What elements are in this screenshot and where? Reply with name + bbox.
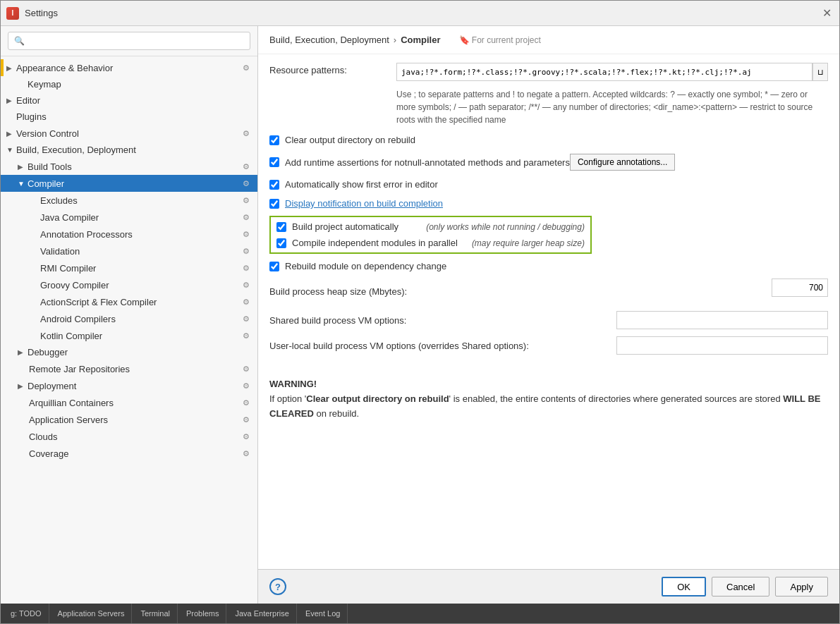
sidebar-item-editor[interactable]: ▶ Editor [1, 92, 257, 109]
resource-patterns-input[interactable] [396, 63, 812, 81]
compile-parallel-checkbox[interactable] [276, 238, 286, 248]
settings-icon: ⚙ [241, 296, 252, 307]
shared-vm-row: Shared build process VM options: [269, 311, 828, 329]
sidebar-item-label: Build Tools [28, 161, 241, 172]
sidebar-item-annotation-processors[interactable]: Annotation Processors ⚙ [1, 226, 257, 243]
sidebar-item-actionscript[interactable]: ActionScript & Flex Compiler ⚙ [1, 293, 257, 310]
taskbar-problems-label: Problems [186, 609, 219, 618]
sidebar-item-validation[interactable]: Validation ⚙ [1, 243, 257, 259]
help-button[interactable]: ? [269, 578, 286, 595]
sidebar-item-kotlin-compiler[interactable]: Kotlin Compiler ⚙ [1, 327, 257, 344]
sidebar-item-label: Java Compiler [40, 212, 241, 223]
sidebar-item-coverage[interactable]: Coverage ⚙ [1, 445, 257, 462]
show-first-error-checkbox[interactable] [269, 180, 279, 190]
arrow-icon: ▼ [18, 180, 28, 188]
cancel-button[interactable]: Cancel [712, 577, 769, 597]
title-bar-text: Settings [25, 8, 820, 18]
sidebar-item-label: Arquillian Containers [29, 398, 241, 408]
sidebar-item-label: Excludes [40, 195, 241, 206]
sidebar-item-rmi-compiler[interactable]: RMI Compiler ⚙ [1, 259, 257, 276]
user-vm-row: User-local build process VM options (ove… [269, 336, 828, 355]
sidebar-item-label: Coverage [29, 448, 241, 459]
sidebar-item-label: Application Servers [29, 415, 241, 425]
sidebar-item-label: Version Control [16, 128, 241, 139]
taskbar-problems[interactable]: Problems [179, 604, 226, 623]
sidebar-item-appearance[interactable]: ▶ Appearance & Behavior ⚙ [1, 59, 257, 76]
taskbar-event-log[interactable]: Event Log [298, 604, 348, 623]
rebuild-dependency-checkbox[interactable] [269, 262, 279, 271]
sidebar-item-clouds[interactable]: Clouds ⚙ [1, 428, 257, 445]
ok-button[interactable]: OK [662, 577, 706, 597]
sidebar-item-label: ActionScript & Flex Compiler [40, 297, 241, 307]
breadcrumb: Build, Execution, Deployment › Compiler … [258, 26, 839, 54]
settings-icon: ⚙ [241, 212, 252, 223]
heap-size-input[interactable] [772, 279, 828, 297]
sidebar-item-label: Keymap [28, 79, 252, 90]
sidebar-item-label: Clouds [29, 432, 241, 442]
sidebar-item-deployment[interactable]: ▶ Deployment ⚙ [1, 377, 257, 394]
show-first-error-label: Automatically show first error in editor [285, 179, 438, 190]
sidebar-item-label: Compiler [28, 178, 241, 189]
sidebar-item-keymap[interactable]: Keymap [1, 76, 257, 92]
display-notification-row: Display notification on build completion [269, 197, 828, 210]
sidebar-item-remote-jar[interactable]: Remote Jar Repositories ⚙ [1, 360, 257, 377]
sidebar-item-groovy-compiler[interactable]: Groovy Compiler ⚙ [1, 276, 257, 293]
hint-text: Use ; to separate patterns and ! to nega… [396, 88, 828, 126]
runtime-assertions-row: Add runtime assertions for notnull-annot… [269, 152, 828, 172]
sidebar-item-version-control[interactable]: ▶ Version Control ⚙ [1, 125, 257, 142]
build-automatically-checkbox[interactable] [276, 222, 286, 232]
taskbar-java-enterprise[interactable]: Java Enterprise [228, 604, 296, 623]
settings-icon: ⚙ [241, 62, 252, 73]
arrow-icon: ▶ [6, 97, 16, 104]
user-vm-input[interactable] [616, 336, 828, 355]
breadcrumb-separator: › [394, 35, 396, 45]
clear-output-checkbox[interactable] [269, 135, 279, 145]
search-box [1, 26, 257, 56]
close-button[interactable]: ✕ [820, 6, 834, 20]
sidebar-item-arquillian[interactable]: Arquillian Containers ⚙ [1, 394, 257, 411]
sidebar-item-plugins[interactable]: Plugins [1, 109, 257, 125]
arrow-icon: ▶ [18, 382, 28, 390]
shared-vm-input[interactable] [616, 311, 828, 329]
sidebar-item-label: Editor [16, 95, 252, 106]
breadcrumb-project-note: 🔖 For current project [459, 35, 541, 45]
settings-icon: ⚙ [241, 448, 252, 459]
apply-button[interactable]: Apply [775, 577, 828, 597]
warning-title: WARNING! [269, 377, 828, 392]
configure-annotations-button[interactable]: Configure annotations... [570, 154, 675, 171]
sidebar-item-java-compiler[interactable]: Java Compiler ⚙ [1, 209, 257, 226]
settings-icon: ⚙ [241, 363, 252, 374]
display-notification-checkbox[interactable] [269, 199, 279, 209]
sidebar-item-label: Android Compilers [40, 314, 241, 324]
sidebar-item-label: Build, Execution, Deployment [16, 145, 252, 155]
settings-icon: ⚙ [241, 279, 252, 290]
runtime-assertions-checkbox[interactable] [269, 157, 279, 167]
shared-vm-label: Shared build process VM options: [269, 315, 616, 326]
sidebar-item-android-compilers[interactable]: Android Compilers ⚙ [1, 310, 257, 327]
taskbar-app-servers[interactable]: Application Servers [51, 604, 133, 623]
settings-icon: ⚙ [241, 330, 252, 341]
rebuild-dependency-label: Rebuild module on dependency change [285, 261, 446, 271]
sidebar-item-excludes[interactable]: Excludes ⚙ [1, 192, 257, 209]
taskbar-event-log-label: Event Log [305, 609, 341, 618]
highlighted-section: Build project automatically (only works … [269, 216, 592, 254]
taskbar: g: TODO Application Servers Terminal Pro… [1, 604, 839, 623]
nav-tree: ▶ Appearance & Behavior ⚙ Keymap ▶ Edito… [1, 56, 257, 604]
expand-button[interactable]: ⊔ [812, 63, 828, 81]
settings-icon: ⚙ [241, 380, 252, 391]
search-input[interactable] [8, 32, 250, 50]
taskbar-terminal[interactable]: Terminal [133, 604, 178, 623]
arrow-icon: ▶ [6, 64, 16, 72]
arrow-icon: ▼ [6, 146, 16, 154]
taskbar-todo-label: g: TODO [11, 609, 42, 618]
resource-patterns-label: Resource patterns: [269, 63, 396, 75]
sidebar-item-compiler[interactable]: ▼ Compiler ⚙ [1, 175, 257, 192]
title-bar: I Settings ✕ [1, 1, 839, 26]
settings-icon: ⚙ [241, 431, 252, 442]
sidebar-item-application-servers[interactable]: Application Servers ⚙ [1, 411, 257, 428]
sidebar-item-debugger[interactable]: ▶ Debugger [1, 344, 257, 360]
sidebar-item-build-tools[interactable]: ▶ Build Tools ⚙ [1, 158, 257, 175]
sidebar-item-build-execution[interactable]: ▼ Build, Execution, Deployment [1, 142, 257, 158]
taskbar-todo[interactable]: g: TODO [4, 604, 49, 623]
show-first-error-row: Automatically show first error in editor [269, 178, 828, 191]
